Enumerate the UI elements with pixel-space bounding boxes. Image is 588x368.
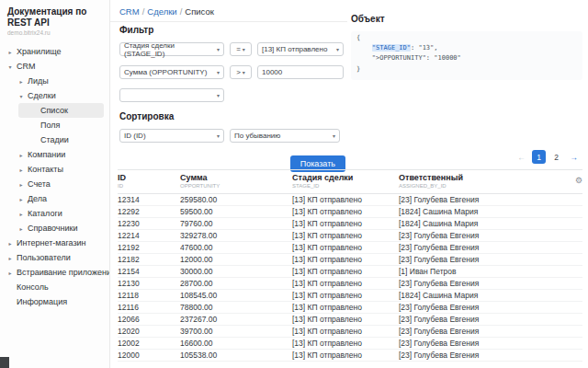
sidebar-item-label: Лиды — [28, 76, 49, 86]
table-cell: 108545.00 — [180, 291, 292, 300]
sidebar-item-встраивание-приложений[interactable]: ▸Встраивание приложений — [0, 265, 109, 280]
table-cell: [23] Голубева Евгения — [399, 243, 568, 252]
pagination-prev-icon[interactable]: ← — [514, 150, 528, 164]
table-row: 1219247600.00[13] КП отправлено[23] Голу… — [118, 242, 582, 254]
sidebar-item-сделки[interactable]: ▾Сделки — [0, 88, 109, 103]
select-value: [13] КП отправлено — [262, 45, 327, 53]
table-cell: 78800.00 — [180, 303, 292, 312]
pagination-next-icon[interactable]: → — [567, 150, 581, 164]
sidebar-item-crm[interactable]: ▾CRM — [0, 59, 109, 74]
filter-operator-select[interactable]: =▾ — [230, 42, 252, 56]
chevron-right-icon: ▸ — [18, 211, 24, 217]
table-cell: 12000.00 — [180, 255, 292, 264]
sidebar-item-стадии[interactable]: Стадии — [0, 132, 109, 147]
breadcrumb-item[interactable]: CRM — [119, 6, 140, 17]
sidebar-item-дела[interactable]: ▸Дела — [0, 191, 109, 206]
sidebar-item-контакты[interactable]: ▸Контакты — [0, 162, 109, 177]
table-cell: [13] КП отправлено — [292, 267, 399, 276]
sort-field-select[interactable]: ID (ID) ▾ — [119, 129, 224, 143]
pagination-page[interactable]: 2 — [549, 150, 563, 164]
pagination-page[interactable]: 1 — [532, 150, 546, 164]
code-line: } — [356, 64, 577, 75]
table-cell: [23] Голубева Евгения — [399, 279, 568, 288]
filter-field-select[interactable]: Стадия сделки (STAGE_ID)▾ — [119, 42, 224, 56]
chevron-right-icon: ▸ — [7, 49, 13, 55]
sort-row: ID (ID) ▾ По убыванию ▾ — [119, 129, 345, 143]
table-cell: 47600.00 — [180, 243, 292, 252]
object-panel: Объект { "STAGE_ID": "13", ">OPPORTUNITY… — [351, 14, 582, 80]
sidebar-item-label: Каталоги — [28, 209, 62, 218]
sidebar-item-label: Компании — [28, 150, 65, 159]
sidebar-item-label: Сделки — [28, 91, 56, 100]
sidebar-nav: ▸Хранилище▾CRM▸Лиды▾СделкиСписокПоляСтад… — [0, 44, 109, 309]
filter-operator-select[interactable]: >▾ — [230, 65, 252, 79]
sort-direction-select[interactable]: По убыванию ▾ — [230, 129, 340, 143]
sidebar-item-компании[interactable]: ▸Компании — [0, 147, 109, 162]
table-cell: 105538.00 — [180, 351, 292, 360]
chevron-right-icon: ▸ — [7, 240, 13, 247]
table-cell: [13] КП отправлено — [292, 339, 399, 348]
chevron-right-icon: ▸ — [18, 196, 24, 202]
table-cell: [23] Голубева Евгения — [399, 315, 568, 324]
sidebar-item-лиды[interactable]: ▸Лиды — [0, 74, 109, 88]
filter-field-select[interactable]: ▾ — [119, 88, 224, 102]
sort-heading: Сортировка — [119, 111, 345, 121]
breadcrumb-separator: / — [140, 6, 148, 17]
table-cell: 12116 — [118, 303, 180, 312]
table-row: 12314259580.00[13] КП отправлено[23] Гол… — [118, 194, 582, 206]
filter-row: Сумма (OPPORTUNITY)▾>▾ — [119, 65, 345, 79]
table-row: 12118108545.00[13] КП отправлено[1824] С… — [118, 290, 582, 302]
table-cell: [23] Голубева Евгения — [399, 339, 568, 348]
sidebar: Документация по REST API demo.bitrix24.r… — [0, 0, 110, 368]
chevron-right-icon: ▸ — [18, 225, 24, 232]
table-header: IDIDСуммаOPPORTUNITYСтадия сделкиSTAGE_I… — [118, 169, 582, 194]
chevron-down-icon: ▾ — [217, 69, 220, 75]
code-line: "STAGE_ID": "13", — [356, 43, 577, 53]
table-cell: [1824] Сашина Мария — [399, 207, 568, 216]
sidebar-item-информация[interactable]: Информация — [0, 294, 109, 309]
sidebar-item-хранилище[interactable]: ▸Хранилище — [0, 44, 109, 59]
sidebar-item-поля[interactable]: Поля — [0, 118, 109, 132]
sidebar-item-интернет-магазин[interactable]: ▸Интернет-магазин — [0, 236, 109, 250]
table-cell: 12066 — [118, 315, 180, 324]
filter-value-select[interactable]: [13] КП отправлено▾ — [257, 42, 344, 56]
column-title: Ответственный — [399, 173, 568, 183]
filter-field-select[interactable]: Сумма (OPPORTUNITY)▾ — [119, 65, 224, 79]
sidebar-item-консоль[interactable]: Консоль — [0, 280, 109, 294]
sidebar-item-label: Хранилище — [17, 47, 62, 56]
table-cell: [13] КП отправлено — [292, 351, 399, 360]
app-subtitle: demo.bitrix24.ru — [0, 28, 109, 40]
table-cell: [13] КП отправлено — [292, 231, 399, 240]
table-cell: [23] Голубева Евгения — [399, 231, 568, 240]
chevron-down-icon: ▾ — [243, 69, 245, 75]
sidebar-item-счета[interactable]: ▸Счета — [0, 177, 109, 191]
column-code: OPPORTUNITY — [180, 183, 292, 190]
filter-value-input[interactable] — [257, 65, 344, 79]
sidebar-item-список[interactable]: Список — [18, 103, 104, 118]
column-header: Стадия сделкиSTAGE_ID — [292, 173, 399, 190]
breadcrumb: CRM/Сделки/Список — [110, 0, 347, 22]
chevron-down-icon: ▾ — [18, 93, 24, 99]
table-row: 1213028700.00[13] КП отправлено[23] Голу… — [118, 278, 582, 290]
chevron-down-icon: ▾ — [217, 46, 220, 52]
sidebar-item-пользователи[interactable]: ▸Пользователи — [0, 250, 109, 265]
table-row: 1215430000.00[13] КП отправлено[1] Иван … — [118, 266, 582, 278]
column-header: IDID — [118, 173, 180, 190]
filter-row: Стадия сделки (STAGE_ID)▾=▾[13] КП отпра… — [119, 42, 345, 56]
sidebar-item-label: Счета — [28, 179, 51, 189]
chevron-right-icon: ▸ — [18, 152, 24, 158]
column-header: СуммаOPPORTUNITY — [180, 173, 292, 190]
pagination: ←12→ — [514, 150, 581, 164]
table-cell: [1824] Сашина Мария — [399, 219, 568, 228]
column-code: STAGE_ID — [292, 183, 399, 190]
sidebar-item-каталоги[interactable]: ▸Каталоги — [0, 206, 109, 221]
table-cell: 16600.00 — [180, 339, 292, 348]
column-title: ID — [118, 173, 180, 183]
breadcrumb-item[interactable]: Сделки — [147, 6, 176, 17]
code-token: : "13", — [411, 44, 438, 52]
main-content: CRM/Сделки/Список Фильтр Стадия сделки (… — [110, 0, 588, 368]
table-row: 1202039700.00[13] КП отправлено[23] Голу… — [118, 326, 582, 338]
table-settings-icon[interactable]: ⚙ — [568, 177, 582, 185]
sidebar-item-справочники[interactable]: ▸Справочники — [0, 221, 109, 236]
table-body: 12314259580.00[13] КП отправлено[23] Гол… — [118, 194, 582, 362]
